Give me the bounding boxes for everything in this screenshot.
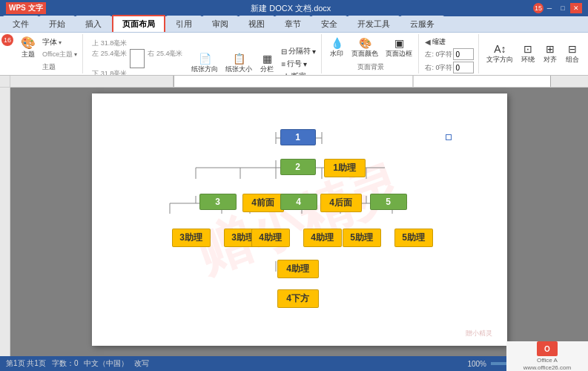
indent-right-input[interactable] — [453, 62, 474, 73]
titlebar: WPS 文字 新建 DOCX 文档.docx 15 ─ □ ✕ — [0, 0, 588, 16]
main-area: 赠小精灵 贈小精灵 — [0, 88, 588, 356]
close-button[interactable]: ✕ — [570, 3, 582, 13]
linenumbers-button[interactable]: ≡ 行号 ▾ — [279, 58, 318, 70]
tab-insert[interactable]: 插入 — [76, 16, 111, 32]
watermark-attribution: 贈小精灵 — [466, 329, 492, 338]
borders-icon: ▣ — [394, 38, 404, 48]
tab-reference[interactable]: 引用 — [166, 16, 202, 32]
theme-label: 主题 — [22, 50, 35, 59]
theme-option: Office主题 — [42, 50, 73, 59]
theme-group-label: 主题 — [18, 61, 79, 72]
columns-icon: ▦ — [262, 53, 272, 64]
ribbon-background-row: 💧 水印 🎨 页面颜色 ▣ 页面边框 — [326, 36, 415, 61]
theme-icon: 🎨 — [21, 37, 36, 49]
background-group-label: 页面背景 — [326, 61, 415, 72]
margin-right-label: 右 25.4毫米 — [148, 49, 182, 68]
theme-button[interactable]: 🎨 主题 — [18, 36, 39, 61]
breaks-arrow: ▾ — [312, 47, 316, 56]
org-node-5assistant2: 5助理 — [394, 229, 433, 247]
office-icon: O — [537, 341, 558, 356]
hyphenation-button[interactable]: ab 断字 ▾ — [279, 70, 318, 76]
watermark-icon: 💧 — [331, 38, 343, 48]
ribbon-theme-row: 🎨 主题 字体 ▾ Office主题 ▾ — [18, 36, 79, 61]
org-node-3assistant1: 3助理 — [172, 229, 211, 247]
indent-label: 缩进 — [432, 37, 446, 47]
tab-security[interactable]: 安全 — [311, 16, 347, 32]
tab-view[interactable]: 视图 — [239, 16, 274, 32]
theme-select[interactable]: Office主题 ▾ — [40, 49, 79, 60]
watermark-label: 水印 — [330, 49, 343, 59]
align-icon: ⊞ — [546, 44, 555, 54]
document-area: 赠小精灵 贈小精灵 — [10, 88, 588, 356]
ribbon-group-pagesetup: 上 31.8毫米 左 25.4毫米 右 25.4毫米 下 31.8毫米 页边距 … — [85, 34, 322, 73]
tab-layout[interactable]: 页面布局 — [112, 15, 165, 32]
org-node-1: 1 — [280, 129, 316, 145]
minimize-button[interactable]: ─ — [544, 3, 555, 13]
page-preview — [130, 49, 145, 68]
font-button[interactable]: 字体 ▾ — [40, 36, 79, 48]
tab-file[interactable]: 文件 — [3, 16, 39, 32]
rotate-button[interactable]: ↻ 旋转 — [584, 36, 588, 73]
maximize-button[interactable]: □ — [557, 3, 569, 13]
size-icon: 📋 — [233, 53, 245, 64]
statusbar: 第1页 共1页 字数：0 中文（中国） 改写 100% 📄 📖 🌐 — [0, 356, 588, 371]
org-node-4assistant2: 4助理 — [303, 229, 342, 247]
margin-left-label: 左 25.4毫米 — [92, 49, 127, 68]
wrap-icon: ⊡ — [523, 44, 532, 54]
columns-button[interactable]: ▦ 分栏 — [257, 36, 277, 76]
wrap-button[interactable]: ⊡ 环绕 — [518, 36, 538, 73]
tab-start[interactable]: 开始 — [39, 16, 75, 32]
columns-label: 分栏 — [260, 65, 274, 74]
word-count: 字数：0 — [52, 358, 79, 369]
breaks-button[interactable]: ⊟ 分隔符 ▾ — [279, 45, 318, 57]
font-arrow: ▾ — [59, 39, 62, 46]
tab-dev[interactable]: 开发工具 — [348, 16, 400, 32]
margins-button[interactable]: 上 31.8毫米 左 25.4毫米 右 25.4毫米 下 31.8毫米 页边距 — [87, 36, 187, 76]
textdir-button[interactable]: A↕ 文字方向 — [483, 36, 516, 73]
group-button[interactable]: ⊟ 组合 — [562, 36, 583, 73]
orientation-label: 纸张方向 — [191, 65, 218, 74]
linenumbers-label: 行号 — [287, 59, 302, 69]
breaks-label: 分隔符 — [288, 46, 311, 56]
tab-cloud[interactable]: 云服务 — [400, 16, 444, 32]
size-button[interactable]: 📋 纸张大小 — [222, 36, 255, 76]
office-label: Office A — [537, 357, 558, 364]
tab-review[interactable]: 审阅 — [202, 16, 238, 32]
font-label: 字体 — [42, 37, 57, 47]
linenumbers-arrow: ▾ — [303, 60, 307, 68]
linenumbers-icon: ≡ — [281, 60, 285, 68]
org-node-5: 5 — [370, 194, 407, 210]
align-button[interactable]: ⊞ 对齐 — [540, 36, 561, 73]
indent-right-value: 右: 0字符 — [425, 63, 452, 73]
badge-15: 15 — [533, 3, 544, 13]
tab-section[interactable]: 章节 — [275, 16, 311, 32]
group-label: 组合 — [566, 55, 579, 65]
status-left: 第1页 共1页 字数：0 中文（中国） 改写 — [6, 358, 461, 369]
org-node-3: 3 — [199, 194, 237, 210]
office-url: www.office26.com — [523, 364, 571, 371]
indent-left-value: 左: 0字符 — [425, 50, 452, 59]
zoom-level: 100% — [467, 360, 486, 368]
orientation-button[interactable]: 📄 纸张方向 — [188, 36, 221, 76]
watermark-logo: 贈小精灵 — [466, 329, 492, 338]
bgcolor-button[interactable]: 🎨 页面颜色 — [348, 36, 381, 61]
selection-handle — [446, 134, 452, 140]
org-node-4assistant1: 4助理 — [251, 229, 290, 247]
watermark-button[interactable]: 💧 水印 — [326, 36, 347, 61]
ribbon-group-theme: 🎨 主题 字体 ▾ Office主题 ▾ 主题 — [3, 34, 83, 73]
textdir-label: 文字方向 — [486, 55, 513, 65]
bgcolor-icon: 🎨 — [359, 38, 371, 48]
borders-button[interactable]: ▣ 页面边框 — [383, 36, 415, 61]
org-node-4bottom: 4下方 — [277, 289, 319, 308]
indent-left-input[interactable] — [453, 48, 474, 60]
document: 赠小精灵 贈小精灵 — [92, 93, 507, 346]
ruler-corner — [0, 76, 10, 87]
window-buttons: ─ □ ✕ — [544, 3, 582, 13]
breaks-icon: ⊟ — [281, 47, 287, 56]
org-node-4: 4 — [280, 194, 317, 210]
language: 中文（中国） — [84, 358, 128, 369]
wps-logo: WPS 文字 — [6, 2, 46, 14]
ribbon-tabbar: 文件 开始 插入 页面布局 引用 审阅 视图 章节 安全 开发工具 云服务 — [0, 16, 588, 33]
office-logo-area: O Office A www.office26.com — [506, 341, 588, 371]
bgcolor-label: 页面颜色 — [351, 49, 378, 59]
